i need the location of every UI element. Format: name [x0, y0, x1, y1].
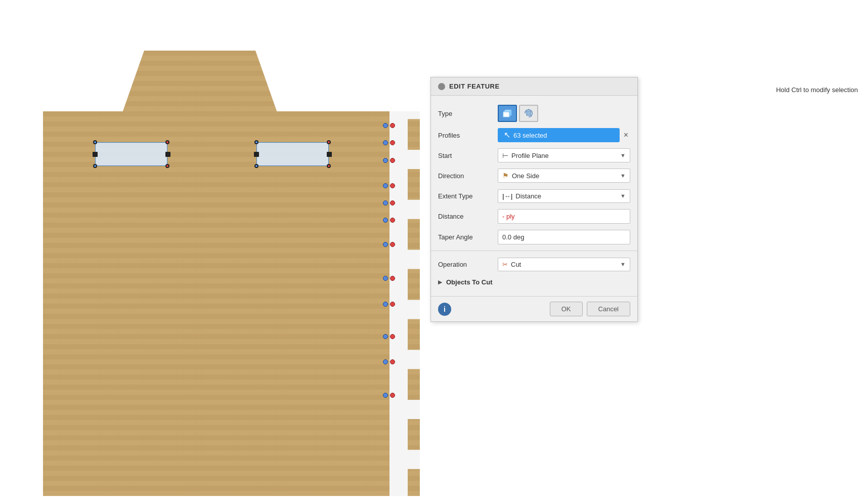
operation-dropdown[interactable]: ✂ Cut ▼ — [498, 258, 630, 271]
feature-dot-1 — [383, 123, 395, 128]
distance-label: Distance — [438, 213, 494, 220]
objects-to-cut-row[interactable]: ▶ Objects To Cut — [431, 274, 637, 290]
direction-row: Direction ⚑ One Side ▼ — [431, 165, 637, 186]
taper-label: Taper Angle — [438, 233, 494, 241]
feature-dot-6 — [383, 218, 395, 223]
direction-icon: ⚑ — [502, 172, 509, 180]
feature-dot-2 — [383, 140, 395, 145]
start-dropdown-arrow: ▼ — [620, 152, 626, 158]
panel-footer: i OK Cancel — [431, 296, 637, 321]
operation-label: Operation — [438, 261, 494, 268]
profiles-clear-button[interactable]: × — [622, 131, 630, 140]
profiles-label: Profiles — [438, 132, 494, 139]
type-revolve-button[interactable] — [519, 105, 538, 122]
start-row: Start ⊢ Profile Plane ▼ — [431, 145, 637, 165]
panel-title: EDIT FEATURE — [449, 82, 500, 90]
profiles-row: Profiles ↖ 63 selected × — [431, 125, 637, 145]
expand-arrow-icon: ▶ — [438, 279, 442, 285]
feature-dot-10 — [383, 334, 395, 339]
extent-type-value: Distance — [515, 192, 541, 200]
feature-dot-7 — [383, 242, 395, 247]
profiles-count: 63 selected — [513, 132, 547, 139]
revolve-icon — [523, 108, 534, 119]
selection-rect-right — [256, 142, 329, 166]
ok-button[interactable]: OK — [550, 302, 583, 316]
profiles-select-button[interactable]: ↖ 63 selected — [498, 128, 620, 142]
feature-dot-11 — [383, 359, 395, 364]
extent-dropdown-arrow: ▼ — [620, 193, 626, 199]
distance-input[interactable] — [498, 209, 630, 224]
extent-type-dropdown[interactable]: |↔| Distance ▼ — [498, 189, 630, 203]
svg-rect-3 — [527, 111, 531, 115]
edit-feature-panel: EDIT FEATURE Type — [430, 77, 638, 322]
taper-row: Taper Angle — [431, 227, 637, 247]
board-top — [89, 51, 311, 114]
direction-dropdown[interactable]: ⚑ One Side ▼ — [498, 169, 630, 183]
type-extrude-button[interactable] — [498, 105, 517, 122]
operation-value: Cut — [511, 261, 521, 268]
feature-dot-5 — [383, 200, 395, 205]
type-row: Type — [431, 102, 637, 125]
start-value: Profile Plane — [511, 152, 549, 159]
cursor-icon: ↖ — [504, 131, 510, 139]
direction-dropdown-arrow: ▼ — [620, 173, 626, 179]
direction-value: One Side — [512, 172, 539, 180]
objects-to-cut-label: Objects To Cut — [446, 278, 492, 286]
feature-dot-8 — [383, 276, 395, 281]
operation-icon: ✂ — [502, 261, 508, 268]
type-label: Type — [438, 110, 494, 117]
feature-dot-3 — [383, 158, 395, 163]
taper-input[interactable] — [498, 230, 630, 244]
type-buttons — [498, 105, 630, 122]
operation-dropdown-arrow: ▼ — [620, 261, 626, 267]
distance-row: Distance — [431, 206, 637, 227]
feature-dot-12 — [383, 393, 395, 398]
direction-label: Direction — [438, 172, 494, 180]
extent-type-row: Extent Type |↔| Distance ▼ — [431, 186, 637, 206]
selection-rect-left — [95, 142, 167, 166]
start-icon: ⊢ — [502, 151, 508, 159]
feature-dot-4 — [383, 183, 395, 188]
info-button[interactable]: i — [438, 303, 451, 316]
panel-header-icon — [438, 83, 445, 90]
extent-icon: |↔| — [502, 192, 512, 200]
panel-body: Type — [431, 96, 637, 296]
separator-1 — [431, 251, 637, 251]
board-main — [43, 111, 420, 496]
start-dropdown[interactable]: ⊢ Profile Plane ▼ — [498, 148, 630, 162]
start-label: Start — [438, 152, 494, 159]
extrude-icon — [502, 108, 513, 119]
extent-type-label: Extent Type — [438, 192, 494, 200]
feature-dot-9 — [383, 302, 395, 307]
operation-row: Operation ✂ Cut ▼ — [431, 254, 637, 274]
cancel-button[interactable]: Cancel — [587, 302, 630, 316]
svg-rect-0 — [503, 112, 509, 117]
panel-header: EDIT FEATURE — [431, 77, 637, 96]
